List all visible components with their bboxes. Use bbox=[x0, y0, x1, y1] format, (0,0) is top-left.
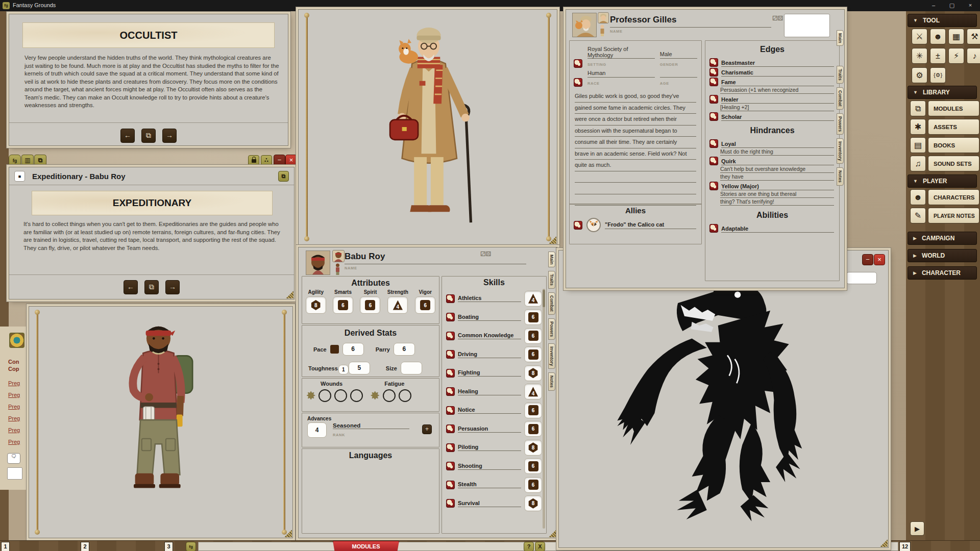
resize-grip[interactable] bbox=[549, 530, 556, 537]
copy-record-button[interactable]: ⧉ bbox=[278, 171, 289, 182]
sidebar-item-player-notes[interactable]: ✎PLAYER NOTES bbox=[910, 208, 979, 223]
sidebar-item-assets[interactable]: ✱ASSETS bbox=[910, 119, 979, 135]
tab-combat[interactable]: Combat bbox=[837, 87, 844, 110]
babu-character-sheet[interactable]: Babu Roy NAME ⚂⚄ Attributes Agility 8 Sm… bbox=[298, 247, 557, 538]
babu-portrait-thumbnail[interactable] bbox=[306, 251, 330, 275]
skill-row-persuasion[interactable]: Persuasion6 bbox=[446, 420, 542, 439]
skill-row-fighting[interactable]: Fighting8 bbox=[446, 364, 542, 383]
agility-die[interactable]: 8 bbox=[311, 300, 321, 310]
edge-row-charismatic[interactable]: Charismatic bbox=[709, 68, 834, 77]
pace-value[interactable]: 6 bbox=[342, 343, 364, 356]
sidebar-item-modules[interactable]: ⧉MODULES bbox=[910, 101, 979, 116]
skill-row-notice[interactable]: Notice6 bbox=[446, 401, 542, 420]
previous-page-button[interactable]: ← bbox=[120, 129, 135, 143]
tokens-icon[interactable]: ✳ bbox=[912, 48, 927, 64]
close-button[interactable]: × bbox=[874, 254, 885, 265]
effects-icon[interactable]: ⚡ bbox=[948, 48, 964, 64]
fg-logo-button[interactable]: fg bbox=[9, 155, 21, 167]
skill-row-healing[interactable]: Healing4 bbox=[446, 383, 542, 402]
character-name-field[interactable]: Babu Roy bbox=[345, 252, 526, 264]
skill-row-stealth[interactable]: Stealth6 bbox=[446, 475, 542, 494]
setting-field[interactable]: Royal Society of Mythology bbox=[587, 46, 655, 59]
hindrance-row-quirk[interactable]: Quirk bbox=[709, 157, 834, 165]
parry-value[interactable]: 6 bbox=[394, 343, 415, 356]
fatigue-circle-2[interactable] bbox=[399, 389, 411, 402]
tab-traits[interactable]: Traits bbox=[548, 271, 555, 289]
edge-row-beastmaster[interactable]: Beastmaster bbox=[709, 58, 834, 67]
skill-row-survival[interactable]: Survival8 bbox=[446, 494, 542, 513]
wound-circle-3[interactable] bbox=[350, 389, 363, 402]
assets-icon[interactable]: ✱ bbox=[910, 119, 926, 135]
module-icon[interactable] bbox=[9, 333, 24, 348]
calendar-icon[interactable]: ▦ bbox=[948, 29, 964, 44]
armor-value[interactable]: 1 bbox=[338, 365, 349, 374]
lock-button[interactable] bbox=[248, 155, 259, 166]
dice-cup-icon[interactable]: ⚂⚄ bbox=[772, 15, 783, 22]
occultist-window[interactable]: OCCULTIST Very few people understand the… bbox=[9, 14, 288, 146]
previous-page-button[interactable]: ← bbox=[124, 280, 138, 294]
skills-scrollbar[interactable] bbox=[543, 289, 545, 529]
peek-links[interactable]: Preg Preg Preg Preg Preg Preg bbox=[8, 378, 20, 448]
smarts-die[interactable]: 6 bbox=[338, 300, 348, 310]
modules-icon[interactable]: ⧉ bbox=[910, 101, 926, 116]
vigor-die[interactable]: 6 bbox=[420, 300, 430, 310]
skill-row-athletics[interactable]: Athletics4 bbox=[446, 289, 542, 308]
close-bar-button[interactable]: X bbox=[535, 542, 545, 551]
sidebar-section-player[interactable]: ▼ PLAYER bbox=[908, 174, 977, 188]
next-page-button[interactable]: → bbox=[162, 129, 177, 143]
tab-inventory[interactable]: Inventory bbox=[837, 138, 844, 164]
edge-row-healer[interactable]: Healer bbox=[709, 95, 834, 104]
spirit-die[interactable]: 6 bbox=[365, 300, 375, 310]
sound-sets-icon[interactable]: ♫ bbox=[910, 156, 926, 171]
party-sheet-icon[interactable]: ☻ bbox=[930, 29, 946, 44]
gilles-standee[interactable] bbox=[599, 24, 605, 37]
advances-value[interactable]: 4 bbox=[307, 422, 327, 438]
sidebar-section-world[interactable]: ▶ WORLD bbox=[908, 249, 977, 262]
gilles-portrait-thumbnail[interactable] bbox=[572, 13, 597, 37]
edge-row-scholar[interactable]: Scholar bbox=[709, 112, 834, 121]
share-button[interactable]: ∴ bbox=[261, 155, 272, 166]
chat-bubble-icon[interactable]: 🗨 bbox=[7, 453, 20, 464]
attribute-vigor[interactable]: Vigor 6 bbox=[415, 289, 435, 314]
ally-row[interactable]: "Frodo" the Calico cat bbox=[574, 218, 696, 232]
add-advance-button[interactable]: + bbox=[422, 424, 432, 434]
biography-field[interactable]: Giles public work is good, so good they'… bbox=[575, 91, 696, 206]
character-name-field[interactable]: Professor Gilles bbox=[610, 15, 771, 28]
peek-field[interactable] bbox=[7, 467, 22, 480]
pace-die-icon[interactable] bbox=[330, 345, 339, 354]
modifiers-icon[interactable]: ± bbox=[930, 48, 946, 64]
ally-cat-portrait[interactable] bbox=[586, 218, 601, 232]
tools-icon[interactable]: ⚒ bbox=[967, 29, 980, 44]
race-field[interactable]: Human bbox=[587, 70, 655, 78]
sidebar-section-character[interactable]: ▶ CHARACTER bbox=[908, 266, 977, 280]
player-notes-icon[interactable]: ✎ bbox=[910, 208, 926, 223]
hotkey-tab-12[interactable]: 12 bbox=[899, 542, 911, 551]
copy-window-button[interactable]: ⧉ bbox=[34, 155, 46, 167]
hindrance-row-yellow[interactable]: Yellow (Major) bbox=[709, 182, 834, 190]
fatigue-circle-1[interactable] bbox=[383, 389, 396, 402]
tab-powers[interactable]: Powers bbox=[837, 113, 844, 135]
combat-tracker-icon[interactable]: ⚔ bbox=[912, 29, 927, 44]
sidebar-section-tool[interactable]: ▼ TOOL bbox=[908, 14, 977, 27]
characters-icon[interactable]: ☻ bbox=[910, 189, 926, 205]
hotkey-tab-3[interactable]: 3 bbox=[164, 542, 173, 551]
skill-row-driving[interactable]: Driving6 bbox=[446, 345, 542, 364]
tab-combat[interactable]: Combat bbox=[548, 292, 555, 315]
image-name-field[interactable] bbox=[846, 272, 877, 284]
gilles-token[interactable] bbox=[598, 12, 609, 23]
babu-token[interactable] bbox=[332, 250, 345, 262]
record-checkbox[interactable]: ■ bbox=[14, 171, 25, 182]
attribute-strength[interactable]: Strength 4 bbox=[387, 289, 408, 314]
close-button[interactable]: × bbox=[285, 155, 297, 166]
tab-main[interactable]: Main bbox=[548, 252, 555, 267]
age-field[interactable] bbox=[660, 70, 697, 78]
skill-row-common-knowledge[interactable]: Common Knowledge6 bbox=[446, 327, 542, 345]
wound-circle-2[interactable] bbox=[334, 389, 347, 402]
tab-inventory[interactable]: Inventory bbox=[548, 343, 555, 369]
help-button[interactable]: ? bbox=[524, 542, 534, 551]
werewolf-image-window[interactable]: − × bbox=[558, 250, 889, 548]
wound-circle-1[interactable] bbox=[318, 389, 331, 402]
sidebar-item-characters[interactable]: ☻CHARACTERS bbox=[910, 189, 979, 205]
skill-row-piloting[interactable]: Piloting8 bbox=[446, 438, 542, 457]
resize-grip[interactable] bbox=[880, 539, 888, 547]
